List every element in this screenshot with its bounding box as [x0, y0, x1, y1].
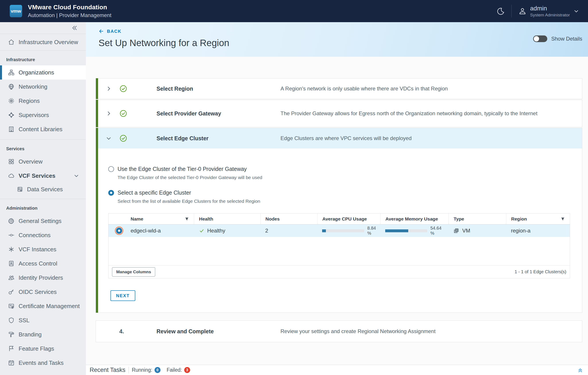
- step-title: Select Provider Gateway: [157, 110, 281, 117]
- step-select-region: Select Region A Region's network is only…: [96, 78, 582, 99]
- column-header-name: Name: [131, 216, 143, 222]
- sidebar-item-certificate-management[interactable]: Certificate Management: [0, 299, 86, 313]
- cpu-usage-bar: [322, 229, 364, 232]
- step-select-edge-cluster: Select Edge Cluster Edge Clusters are wh…: [96, 128, 582, 313]
- sidebar-item-regions[interactable]: Regions: [0, 94, 86, 108]
- app-header: vmw VMware Cloud Foundation Automation |…: [0, 0, 588, 22]
- divider: [129, 367, 129, 374]
- filter-icon[interactable]: [185, 217, 189, 221]
- sidebar-section-administration: Administration: [0, 199, 86, 214]
- step-title: Select Region: [157, 86, 281, 92]
- main-content: BACK Set Up Networking for a Region Show…: [86, 22, 588, 375]
- building-icon: [8, 126, 15, 132]
- sidebar-item-networking[interactable]: Networking: [0, 79, 86, 94]
- manage-columns-button[interactable]: Manage Columns: [112, 267, 155, 276]
- back-link[interactable]: BACK: [98, 28, 122, 34]
- column-header-nodes: Nodes: [260, 213, 317, 224]
- filter-icon[interactable]: [561, 217, 565, 221]
- sidebar-item-overview[interactable]: Overview: [0, 154, 86, 169]
- next-button[interactable]: NEXT: [110, 290, 135, 301]
- sidebar-item-organizations[interactable]: Organizations: [0, 65, 86, 79]
- sidebar-item-supervisors[interactable]: Supervisors: [0, 108, 86, 122]
- page-title: Set Up Networking for a Region: [98, 38, 588, 48]
- header-divider: [511, 5, 512, 18]
- link-icon: [8, 232, 15, 239]
- memory-usage-bar: [385, 229, 427, 232]
- chevron-down-icon[interactable]: [74, 173, 79, 179]
- regions-icon: [8, 98, 15, 104]
- collapse-sidebar-icon[interactable]: [71, 25, 78, 31]
- people-icon: [8, 274, 15, 281]
- chevron-down-icon[interactable]: [105, 135, 112, 141]
- memory-usage-value: 54.64 %: [430, 226, 444, 236]
- gear-icon: [8, 218, 15, 224]
- radio-description: Select from the list of available Edge C…: [117, 199, 570, 204]
- cloud-icon: [8, 172, 15, 179]
- table-row-edgecl-wld-a[interactable]: edgecl-wld-a Healthy 2 8.84 %: [108, 224, 570, 237]
- recent-tasks-title: Recent Tasks: [90, 367, 126, 374]
- step-description: The Provider Gateway allows for Egress n…: [281, 106, 575, 121]
- calendar-check-icon: [8, 360, 15, 366]
- chevron-right-icon[interactable]: [105, 110, 112, 117]
- step-number: 4.: [119, 328, 132, 335]
- sidebar-section-services: Services: [0, 140, 86, 154]
- table-empty-space: [108, 237, 570, 265]
- column-header-cpu: Average CPU Usage: [317, 213, 380, 224]
- sidebar-item-oidc-services[interactable]: OIDC Services: [0, 285, 86, 299]
- step-review-and-complete: 4. Review and Complete Review your setti…: [96, 320, 582, 342]
- dark-mode-moon-icon[interactable]: [497, 7, 505, 15]
- sidebar-item-vcf-instances[interactable]: VCF Instances: [0, 242, 86, 256]
- column-header-memory: Average Memory Usage: [380, 213, 449, 224]
- failed-count-badge[interactable]: 3: [184, 367, 190, 373]
- globe-icon: [8, 83, 15, 90]
- sidebar: Infrastructure Overview Infrastructure O…: [0, 22, 86, 375]
- failed-label: Failed:: [167, 367, 182, 373]
- running-count-badge[interactable]: 0: [155, 367, 160, 373]
- sidebar-section-infrastructure: Infrastructure: [0, 51, 86, 65]
- radio-circle-selected-icon: [108, 190, 114, 196]
- running-label: Running:: [132, 367, 152, 373]
- sidebar-item-content-libraries[interactable]: Content Libraries: [0, 122, 86, 136]
- user-menu[interactable]: admin System Administrator: [518, 5, 579, 18]
- sidebar-item-branding[interactable]: Branding: [0, 327, 86, 342]
- cpu-usage-value: 8.84 %: [367, 226, 376, 236]
- table-header-row: Name Health Nodes Average CPU Usage Aver…: [108, 213, 570, 224]
- edge-cluster-form: Use the Edge Cluster of the Tier-0 Provi…: [96, 148, 582, 312]
- page-header-band: BACK Set Up Networking for a Region Show…: [86, 22, 588, 57]
- cell-name: edgecl-wld-a: [128, 228, 194, 234]
- spacer: [96, 313, 582, 320]
- user-role: System Administrator: [530, 13, 570, 18]
- pagination-label: 1 - 1 of 1 Edge Clusters(s): [515, 269, 566, 274]
- step-description: Edge Clusters are where VPC services wil…: [281, 131, 575, 146]
- step-title: Review and Complete: [157, 328, 281, 335]
- id-badge-icon: [8, 260, 15, 267]
- sidebar-item-identity-providers[interactable]: Identity Providers: [0, 271, 86, 285]
- organizations-icon: [8, 69, 15, 76]
- sidebar-item-connections[interactable]: Connections: [0, 228, 86, 242]
- paint-roller-icon: [8, 331, 15, 338]
- sidebar-item-ssl[interactable]: SSL: [0, 313, 86, 327]
- user-name: admin: [530, 5, 570, 12]
- sidebar-item-vcf-services[interactable]: VCF Services: [0, 169, 86, 183]
- show-details-toggle[interactable]: [533, 35, 547, 42]
- sidebar-item-general-settings[interactable]: General Settings: [0, 214, 86, 228]
- radio-select-specific-edge-cluster[interactable]: Select a specific Edge Cluster: [108, 189, 191, 196]
- sidebar-item-access-control[interactable]: Access Control: [0, 256, 86, 271]
- check-icon: [199, 228, 205, 234]
- shield-icon: [8, 317, 15, 324]
- chevron-right-icon[interactable]: [105, 86, 112, 92]
- sidebar-item-feature-flags[interactable]: Feature Flags: [0, 342, 86, 356]
- flag-icon: [8, 345, 15, 352]
- sidebar-item-events-and-tasks[interactable]: Events and Tasks: [0, 356, 86, 370]
- expand-tasks-icon[interactable]: [577, 367, 584, 374]
- radio-use-tier0-edge-cluster[interactable]: Use the Edge Cluster of the Tier-0 Provi…: [108, 166, 247, 172]
- sidebar-item-data-services[interactable]: Data Services: [0, 183, 86, 196]
- sidebar-item-infrastructure-overview[interactable]: Infrastructure Overview: [0, 34, 86, 50]
- app-subtitle: Automation | Provider Management: [28, 12, 111, 18]
- step-complete-icon: [119, 110, 132, 118]
- row-radio-selected[interactable]: [116, 228, 122, 234]
- cell-nodes: 2: [260, 228, 317, 234]
- step-description: Review your settings and create Regional…: [281, 324, 575, 339]
- column-header-health: Health: [194, 213, 260, 224]
- user-icon: [518, 7, 527, 15]
